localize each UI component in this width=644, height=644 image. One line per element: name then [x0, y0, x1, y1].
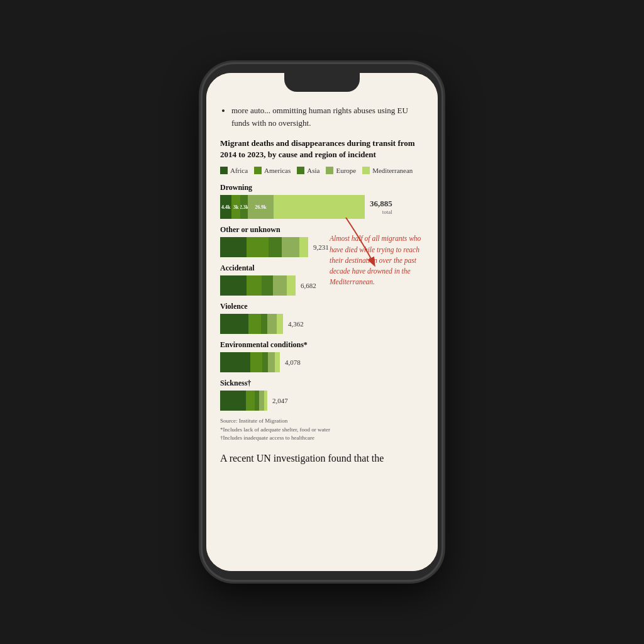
total-value-drowning: 36,885 [370, 199, 392, 209]
legend-africa: Africa [220, 167, 248, 174]
bar-drowning-europe: 26.9k [248, 195, 274, 219]
footnote1: *Includes lack of adequate shelter, food… [220, 426, 424, 435]
chart-row-environmental: Environmental conditions* 4,078 [220, 340, 424, 372]
bar-accidental-asia [262, 275, 273, 296]
bar-label-europe-drowning: 26.9k [253, 204, 267, 210]
legend-color-africa [220, 167, 228, 174]
bar-total-other: 9,231 [313, 243, 329, 251]
legend-color-americas [254, 167, 262, 174]
bar-violence-asia [261, 314, 267, 334]
bar-sickness-asia [255, 391, 260, 411]
bar-label-americas-drowning: 3k [232, 204, 240, 210]
category-drowning: Drowning [220, 183, 424, 192]
phone-screen: more auto... ommitting human rights abus… [206, 73, 438, 571]
bar-other-africa [220, 237, 247, 257]
bar-drowning-americas: 3k [231, 195, 240, 219]
bar-violence-europe [267, 314, 277, 334]
total-label-drowning: total [370, 209, 392, 215]
bottom-text: A recent UN investigation found that the [220, 452, 424, 465]
bar-env-mediterranean [275, 352, 280, 372]
bar-violence-mediterranean [277, 314, 283, 334]
chart-legend: Africa Americas Asia Europe Mediterranea… [220, 167, 424, 174]
legend-mediterranean: Mediterranean [362, 167, 413, 174]
bar-violence-africa [220, 314, 248, 334]
chart-row-violence: Violence 4,362 [220, 302, 424, 334]
legend-label-asia: Asia [307, 167, 319, 174]
chart-row-drowning: Drowning 4.4k 3k 2.3k [220, 183, 424, 219]
legend-color-mediterranean [362, 167, 370, 174]
chart-area: Drowning 4.4k 3k 2.3k [220, 183, 424, 411]
legend-americas: Americas [254, 167, 291, 174]
bar-other-europe [282, 237, 299, 257]
bar-env-europe [268, 352, 275, 372]
bar-label-africa-drowning: 4.4k [220, 204, 231, 210]
bar-other-mediterranean [299, 237, 308, 257]
chart-title: Migrant deaths and disappearances during… [220, 138, 424, 160]
phone-notch [284, 73, 360, 92]
bar-accidental-europe [273, 275, 287, 296]
bar-drowning-africa: 4.4k [220, 195, 231, 219]
bar-sickness-europe [259, 391, 264, 411]
legend-asia: Asia [297, 167, 319, 174]
bar-accidental-africa [220, 275, 247, 296]
legend-europe: Europe [326, 167, 356, 174]
category-sickness: Sickness† [220, 379, 424, 388]
bar-accidental-mediterranean [287, 275, 296, 296]
bar-drowning-mediterranean [274, 195, 365, 219]
chart-row-sickness: Sickness† 2,047 [220, 379, 424, 411]
legend-color-europe [326, 167, 333, 174]
category-environmental: Environmental conditions* [220, 340, 424, 350]
annotation-text: Almost half of all migrants who have die… [330, 233, 424, 287]
bar-sickness-mediterranean [264, 391, 267, 411]
source-section: Source: Institute of Migration *Includes… [220, 417, 424, 443]
bar-sickness-americas [246, 391, 255, 411]
bar-label-asia-drowning: 2.3k [240, 204, 248, 210]
bar-sickness-africa [220, 391, 246, 411]
legend-label-africa: Africa [230, 167, 248, 174]
legend-label-americas: Americas [264, 167, 291, 174]
bar-total-drowning: 36,885 total [370, 199, 392, 215]
screen-content: more auto... ommitting human rights abus… [206, 73, 438, 571]
bar-accidental-americas [247, 275, 262, 296]
bar-total-accidental: 6,682 [301, 282, 316, 289]
bar-total-violence: 4,362 [288, 320, 304, 328]
bar-other-americas [247, 237, 269, 257]
bullet-text-section: more auto... ommitting human rights abus… [220, 104, 424, 129]
bar-total-sickness: 2,047 [272, 397, 288, 404]
legend-color-asia [297, 167, 304, 174]
bullet-item: more auto... ommitting human rights abus… [231, 104, 424, 129]
legend-label-mediterranean: Mediterranean [372, 167, 413, 174]
phone-frame: more auto... ommitting human rights abus… [203, 64, 441, 580]
bar-env-americas [250, 352, 262, 372]
bar-violence-americas [248, 314, 261, 334]
bar-drowning-asia: 2.3k [240, 195, 248, 219]
category-violence: Violence [220, 302, 424, 311]
bar-env-asia [262, 352, 269, 372]
legend-label-europe: Europe [336, 167, 356, 174]
bar-other-asia [269, 237, 282, 257]
bar-total-environmental: 4,078 [285, 358, 301, 366]
footnote2: †Includes inadequate access to healthcar… [220, 434, 424, 443]
annotation-overlay: Almost half of all migrants who have die… [330, 233, 424, 287]
bar-env-africa [220, 352, 250, 372]
source-line: Source: Institute of Migration [220, 417, 424, 426]
